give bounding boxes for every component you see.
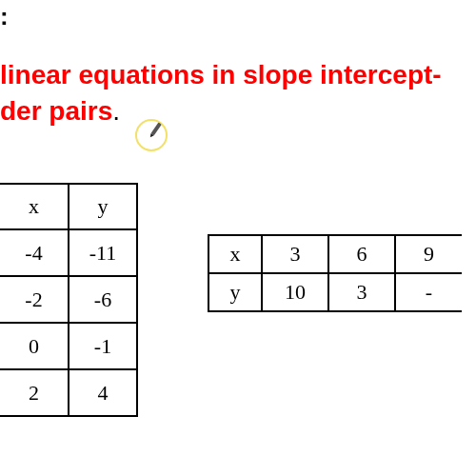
instruction-line2: der pairs bbox=[0, 96, 112, 126]
heading-colon: : bbox=[0, 2, 9, 31]
table-row: y 10 3 - bbox=[208, 273, 462, 311]
xy-table-horizontal: x 3 6 9 y 10 3 - bbox=[208, 234, 462, 312]
table-row: 2 4 bbox=[0, 369, 137, 416]
table-header-y: y bbox=[208, 273, 262, 311]
cell-y: - bbox=[395, 273, 462, 311]
table-header-x: x bbox=[0, 184, 69, 229]
cell-y: 10 bbox=[262, 273, 328, 311]
cell-x: 6 bbox=[328, 235, 395, 273]
table-row: -2 -6 bbox=[0, 276, 137, 323]
cell-x: -4 bbox=[0, 229, 69, 276]
cell-y: 3 bbox=[328, 273, 395, 311]
cell-x: 2 bbox=[0, 369, 69, 416]
table-row: x 3 6 9 bbox=[208, 235, 462, 273]
cell-x: -2 bbox=[0, 276, 69, 323]
instruction-text: linear equations in slope intercept- der… bbox=[0, 57, 476, 129]
xy-table-vertical: x y -4 -11 -2 -6 0 -1 2 4 bbox=[0, 183, 138, 417]
table-row: x y bbox=[0, 184, 137, 229]
instruction-period: . bbox=[112, 96, 120, 126]
cell-x: 9 bbox=[395, 235, 462, 273]
table-row: 0 -1 bbox=[0, 323, 137, 369]
cell-y: 4 bbox=[69, 369, 137, 416]
table-header-x: x bbox=[208, 235, 262, 273]
cell-y: -11 bbox=[69, 229, 137, 276]
cell-y: -1 bbox=[69, 323, 137, 369]
instruction-line1: linear equations in slope intercept- bbox=[0, 60, 442, 89]
cell-y: -6 bbox=[69, 276, 137, 323]
table-header-y: y bbox=[69, 184, 137, 229]
cell-x: 3 bbox=[262, 235, 328, 273]
table-row: -4 -11 bbox=[0, 229, 137, 276]
cell-x: 0 bbox=[0, 323, 69, 369]
